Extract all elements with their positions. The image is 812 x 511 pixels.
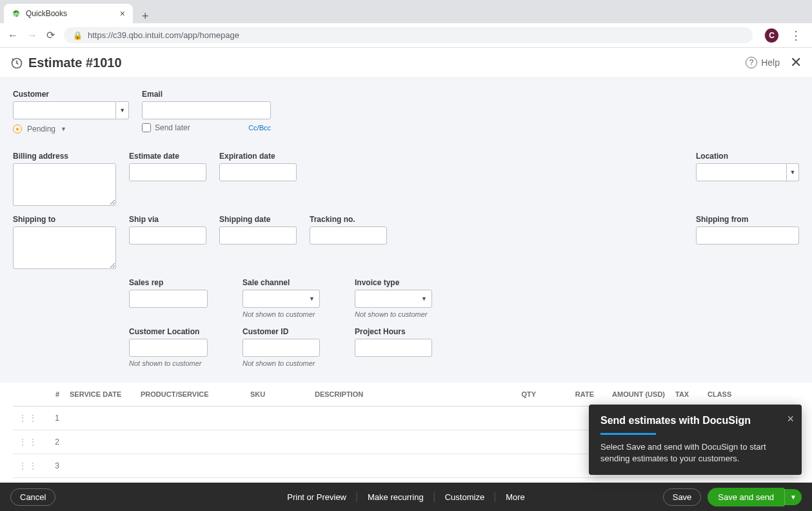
tab-strip: qb QuickBooks × +	[0, 0, 812, 23]
reload-icon[interactable]: ⟳	[46, 29, 55, 41]
sales-rep-input[interactable]	[129, 290, 208, 308]
tooltip-close-icon[interactable]: ×	[787, 412, 794, 426]
tracking-no-label: Tracking no.	[310, 215, 387, 224]
invoice-type-hint: Not shown to customer	[355, 310, 432, 318]
estimate-date-input[interactable]	[129, 163, 206, 181]
save-and-send-dropdown[interactable]: ▼	[784, 489, 802, 505]
expiration-date-input[interactable]	[219, 163, 297, 181]
page-header: Estimate #1010 ? Help ✕	[0, 48, 812, 78]
ship-via-input[interactable]	[129, 226, 206, 245]
pending-icon: ●	[13, 125, 22, 134]
back-icon[interactable]: ←	[8, 30, 18, 41]
customer-location-hint: Not shown to customer	[129, 359, 208, 367]
shipping-to-label: Shipping to	[13, 215, 116, 224]
new-tab-button[interactable]: +	[137, 10, 154, 23]
customer-location-label: Customer Location	[129, 327, 208, 336]
drag-handle-icon[interactable]: ⋮⋮	[18, 413, 39, 423]
billing-address-label: Billing address	[13, 152, 116, 161]
shipping-from-label: Shipping from	[696, 215, 799, 224]
tab-close-icon[interactable]: ×	[120, 8, 125, 19]
status-row[interactable]: ● Pending ▼	[13, 125, 129, 134]
customer-id-label: Customer ID	[243, 327, 320, 336]
ccbcc-link[interactable]: Cc/Bcc	[248, 124, 271, 132]
shipping-date-input[interactable]	[219, 226, 297, 245]
nav-icons: ← → ⟳	[8, 29, 55, 41]
email-label: Email	[142, 90, 271, 99]
forward-icon[interactable]: →	[27, 30, 37, 41]
history-gear-icon[interactable]	[10, 57, 22, 68]
customer-label: Customer	[13, 90, 129, 99]
drag-handle-icon[interactable]: ⋮⋮	[18, 461, 39, 471]
customer-select[interactable]: ▼	[13, 101, 129, 119]
billing-address-input[interactable]	[13, 163, 116, 206]
browser-tab[interactable]: qb QuickBooks ×	[4, 4, 133, 23]
more-link[interactable]: More	[495, 492, 535, 502]
quickbooks-favicon: qb	[12, 9, 21, 18]
chrome-menu-icon[interactable]: ⋮	[787, 28, 804, 43]
tooltip-body: Select Save and send with DocuSign to st…	[600, 441, 790, 465]
url-text: https://c39.qbo.intuit.com/app/homepage	[88, 30, 239, 40]
location-label: Location	[696, 152, 799, 161]
email-input[interactable]	[142, 101, 271, 119]
address-bar[interactable]: 🔒 https://c39.qbo.intuit.com/app/homepag…	[64, 27, 753, 43]
send-later-label: Send later	[155, 123, 190, 132]
help-button[interactable]: ? Help	[746, 57, 780, 68]
expiration-date-label: Expiration date	[219, 152, 297, 161]
col-class: CLASS	[702, 383, 780, 406]
tooltip-accent-bar	[600, 433, 656, 435]
location-dropdown-icon[interactable]: ▼	[787, 163, 799, 181]
location-select[interactable]: ▼	[696, 163, 799, 181]
footer-bar: Cancel Print or Preview Make recurring C…	[0, 483, 812, 511]
customize-link[interactable]: Customize	[435, 492, 495, 502]
col-amount: AMOUNT (USD)	[599, 383, 670, 406]
col-qty: QTY	[502, 383, 541, 406]
estimate-date-label: Estimate date	[129, 152, 206, 161]
help-icon: ?	[746, 57, 757, 68]
col-service-date: SERVICE DATE	[64, 383, 135, 406]
sale-channel-select[interactable]	[243, 290, 320, 308]
sale-channel-label: Sale channel	[243, 278, 320, 287]
col-num: #	[44, 383, 64, 406]
row-num: 3	[44, 454, 64, 478]
address-row: ← → ⟳ 🔒 https://c39.qbo.intuit.com/app/h…	[0, 23, 812, 48]
tab-title: QuickBooks	[26, 9, 67, 18]
col-rate: RATE	[541, 383, 599, 406]
sale-channel-hint: Not shown to customer	[243, 310, 320, 318]
customer-dropdown-icon[interactable]: ▼	[116, 101, 129, 119]
chevron-down-icon: ▼	[61, 126, 66, 132]
status-label: Pending	[27, 125, 55, 134]
profile-avatar[interactable]: C	[764, 28, 778, 43]
col-description: DESCRIPTION	[310, 383, 502, 406]
print-preview-link[interactable]: Print or Preview	[277, 492, 357, 502]
customer-input[interactable]	[13, 101, 116, 119]
customer-id-hint: Not shown to customer	[243, 359, 320, 367]
help-label: Help	[761, 57, 780, 68]
col-product: PRODUCT/SERVICE	[135, 383, 245, 406]
save-and-send-button[interactable]: Save and send	[708, 488, 784, 506]
location-input[interactable]	[696, 163, 787, 181]
cancel-button[interactable]: Cancel	[10, 488, 55, 506]
shipping-to-input[interactable]	[13, 226, 116, 269]
invoice-type-label: Invoice type	[355, 278, 432, 287]
drag-handle-icon[interactable]: ⋮⋮	[18, 437, 39, 447]
ship-via-label: Ship via	[129, 215, 206, 224]
project-hours-label: Project Hours	[355, 327, 432, 336]
col-tax: TAX	[670, 383, 702, 406]
save-button[interactable]: Save	[663, 488, 702, 506]
make-recurring-link[interactable]: Make recurring	[357, 492, 435, 502]
send-later-checkbox[interactable]	[142, 123, 151, 132]
invoice-type-select[interactable]	[355, 290, 432, 308]
shipping-date-label: Shipping date	[219, 215, 297, 224]
shipping-from-input[interactable]	[696, 226, 799, 245]
tracking-no-input[interactable]	[310, 226, 387, 245]
tooltip-title: Send estimates with DocuSign	[600, 415, 790, 426]
row-num: 1	[44, 406, 64, 430]
close-icon[interactable]: ✕	[790, 54, 802, 71]
customer-location-input[interactable]	[129, 339, 208, 357]
docusign-tooltip: × Send estimates with DocuSign Select Sa…	[589, 405, 802, 475]
lock-icon: 🔒	[73, 31, 83, 40]
estimate-form: Customer ▼ ● Pending ▼ Email Send later …	[0, 78, 812, 383]
customer-id-input[interactable]	[243, 339, 320, 357]
browser-chrome: qb QuickBooks × + ← → ⟳ 🔒 https://c39.qb…	[0, 0, 812, 48]
project-hours-input[interactable]	[355, 339, 432, 357]
